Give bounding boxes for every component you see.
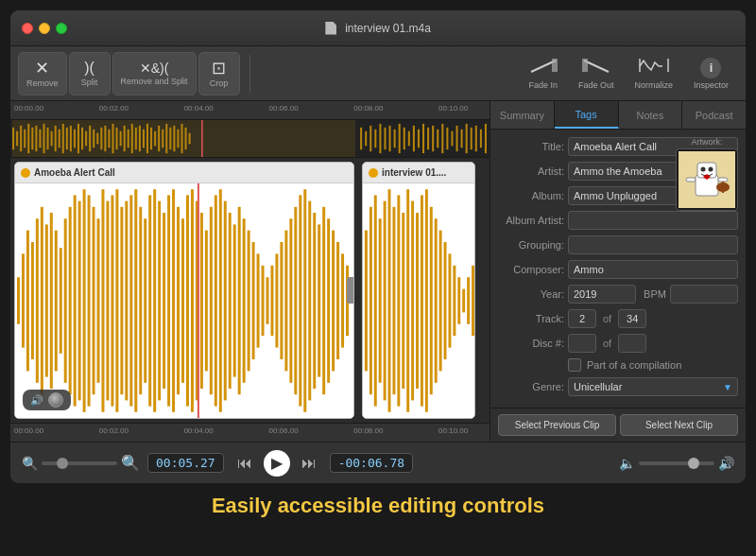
clip-2[interactable]: interview 01.... [362, 162, 475, 419]
clip-1-header: Amoeba Alert Call [15, 163, 353, 183]
clips-area[interactable]: Amoeba Alert Call [10, 158, 490, 423]
bottom-ruler-3: 00:06.00 [268, 426, 298, 435]
year-input[interactable] [568, 285, 636, 304]
svg-rect-89 [50, 213, 53, 389]
fade-in-label: Fade In [528, 80, 558, 90]
select-previous-clip-button[interactable]: Select Previous Clip [498, 414, 616, 436]
close-button[interactable] [22, 23, 33, 34]
volume-knob[interactable] [48, 392, 63, 408]
svg-rect-141 [294, 207, 297, 394]
zoom-slider[interactable] [42, 461, 117, 465]
genre-label: Genre: [498, 381, 564, 392]
volume-thumb[interactable] [688, 458, 699, 469]
inspector-button[interactable]: i Inspector [684, 52, 738, 96]
svg-rect-77 [475, 126, 477, 151]
fade-out-button[interactable]: Fade Out [569, 52, 624, 96]
tab-podcast[interactable]: Podcast [682, 101, 746, 129]
transport-controls: ⏮ ▶ ⏭ [232, 450, 322, 477]
ruler-mark-0: 00:00.00 [14, 104, 43, 113]
select-next-clip-button[interactable]: Select Next Clip [620, 414, 738, 436]
genre-value: Unicellular [574, 381, 622, 392]
clip-2-color-dot [369, 168, 378, 178]
fade-in-button[interactable]: Fade In [519, 52, 567, 96]
composer-input[interactable] [568, 260, 738, 279]
svg-rect-97 [88, 195, 91, 406]
svg-rect-65 [418, 130, 420, 148]
svg-rect-54 [365, 131, 367, 147]
album-artist-label: Album Artist: [498, 215, 564, 226]
svg-rect-137 [275, 253, 278, 347]
svg-rect-125 [219, 189, 222, 412]
play-button[interactable]: ▶ [264, 450, 290, 477]
clip-1[interactable]: Amoeba Alert Call [14, 162, 354, 419]
volume-slider[interactable] [639, 461, 714, 465]
album-artist-input[interactable] [568, 211, 738, 230]
split-button[interactable]: )( Split [69, 52, 111, 96]
svg-rect-157 [374, 195, 377, 406]
inspector-label: Inspector [694, 80, 729, 90]
svg-rect-61 [399, 124, 401, 153]
svg-rect-171 [439, 231, 442, 372]
toolbar-sep [249, 55, 250, 93]
svg-rect-150 [336, 242, 339, 359]
svg-rect-73 [456, 126, 458, 151]
timeline-panel: 00:00.00 00:02.00 00:04.00 00:06.00 00:0… [10, 101, 490, 442]
remove-split-button[interactable]: ✕&)( Remove and Split [112, 52, 197, 96]
svg-rect-139 [284, 231, 287, 372]
volume-high-icon: 🔊 [718, 456, 734, 471]
svg-rect-71 [446, 128, 448, 149]
disc-num-input[interactable] [568, 334, 596, 353]
genre-select[interactable]: Unicellular ▼ [568, 377, 738, 396]
bpm-input[interactable] [670, 285, 738, 304]
normalize-label: Normalize [634, 80, 673, 90]
bottom-ruler-2: 00:04.00 [184, 426, 214, 435]
artwork-label: Artwork: [676, 137, 738, 147]
clip-resize-handle[interactable] [347, 277, 354, 304]
normalize-button[interactable]: Normalize [625, 52, 682, 96]
track-num-input[interactable] [568, 309, 596, 328]
artwork-image [679, 151, 735, 208]
minimize-button[interactable] [39, 23, 50, 34]
svg-rect-128 [233, 224, 236, 376]
svg-rect-82 [17, 277, 20, 324]
svg-rect-60 [394, 130, 396, 148]
compilation-row[interactable]: Part of a compilation [498, 358, 738, 372]
svg-rect-155 [365, 231, 368, 372]
crop-button[interactable]: ⊡ Crop [198, 52, 240, 96]
tab-summary[interactable]: Summary [490, 101, 555, 129]
clip-2-title: interview 01.... [382, 167, 446, 178]
ruler-mark-3: 00:06.00 [268, 104, 298, 113]
disc-total-input[interactable] [618, 334, 646, 353]
svg-rect-87 [41, 207, 43, 394]
svg-rect-121 [200, 213, 203, 389]
svg-rect-176 [462, 289, 465, 313]
forward-button[interactable]: ⏭ [296, 450, 322, 477]
clip-volume-control[interactable]: 🔊 [23, 390, 71, 410]
track-total-input[interactable] [618, 309, 646, 328]
maximize-button[interactable] [56, 23, 67, 34]
grouping-input[interactable] [568, 235, 738, 254]
artwork-container [676, 148, 738, 211]
svg-rect-78 [480, 130, 482, 148]
compilation-checkbox[interactable] [568, 358, 581, 372]
remove-split-label: Remove and Split [121, 77, 188, 86]
remove-button[interactable]: ✕ Remove [18, 52, 67, 96]
tab-notes[interactable]: Notes [619, 101, 683, 129]
svg-rect-147 [322, 207, 325, 394]
rewind-button[interactable]: ⏮ [232, 450, 258, 477]
current-time-display: 00:05.27 [147, 453, 224, 473]
svg-rect-1 [582, 59, 588, 72]
svg-rect-148 [327, 218, 330, 383]
svg-rect-96 [83, 189, 86, 412]
svg-rect-84 [26, 231, 29, 372]
svg-rect-99 [97, 218, 100, 383]
tab-tags[interactable]: Tags [555, 101, 619, 129]
svg-rect-52 [12, 120, 355, 157]
svg-rect-164 [406, 189, 409, 412]
composer-label: Composer: [498, 264, 564, 275]
svg-rect-166 [416, 213, 419, 389]
svg-rect-103 [115, 189, 118, 412]
zoom-thumb[interactable] [57, 458, 68, 469]
title-label: Title: [498, 141, 564, 152]
bottom-ruler-4: 00:08.00 [353, 426, 383, 435]
